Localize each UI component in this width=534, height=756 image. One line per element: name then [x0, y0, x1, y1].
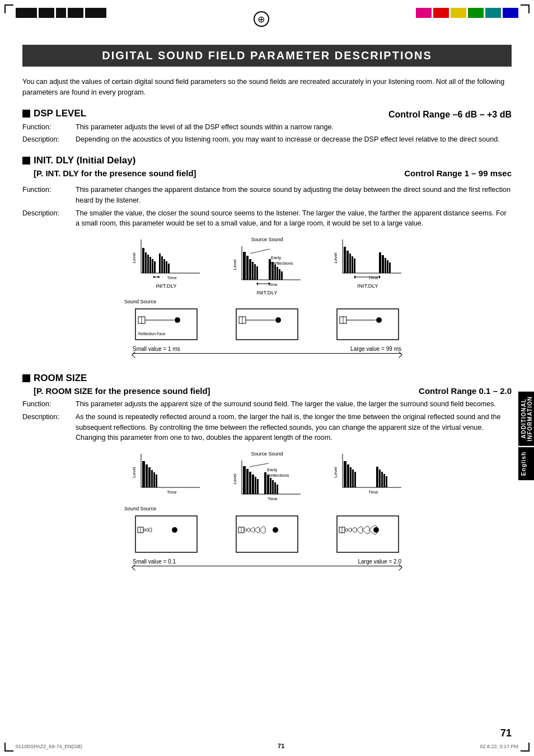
svg-rect-5 — [145, 252, 147, 273]
color-bar-right — [416, 8, 518, 18]
color-seg-green — [468, 8, 484, 18]
init-dly-subtitle: [P. INT. DLY for the presence sound fiel… — [34, 168, 196, 178]
svg-rect-24 — [254, 264, 256, 280]
svg-text:Time: Time — [368, 490, 378, 495]
svg-rect-23 — [252, 262, 254, 280]
room-size-title-text: ROOM SIZE — [34, 373, 87, 384]
room-size-chart-3: Level Time — [331, 451, 404, 496]
floor-svg-3 — [331, 304, 404, 344]
svg-point-59 — [175, 317, 180, 323]
room-size-square — [22, 374, 30, 382]
dsp-description-label: Description: — [22, 134, 76, 145]
svg-rect-11 — [161, 256, 163, 273]
room-function-text: This parameter adjusts the apparent size… — [76, 399, 512, 410]
svg-text:Early: Early — [267, 467, 277, 472]
svg-marker-37 — [256, 282, 258, 285]
floor-plan-diagrams: Sound Source Reflection Face — [22, 299, 512, 344]
black-seg-2 — [39, 8, 54, 18]
additional-info-tab: ADDITIONALINFORMATION — [518, 392, 534, 446]
init-function-row: Function: This parameter changes the app… — [22, 185, 512, 206]
room-size-diagrams: Level Time Source Sound — [22, 451, 512, 570]
page-number: 71 — [500, 727, 512, 739]
svg-rect-44 — [346, 251, 349, 273]
svg-text:Time: Time — [368, 275, 378, 280]
black-seg-1 — [16, 8, 37, 18]
room-floor-svg-2 — [231, 511, 303, 556]
init-dly-large-value: Large value = 99 ms — [350, 346, 401, 352]
floor-plan-2: x — [225, 299, 309, 344]
init-dly-svg-1: Level Time — [130, 237, 203, 281]
svg-line-26 — [250, 249, 270, 253]
svg-text:Level: Level — [333, 252, 338, 263]
dsp-level-title-text: DSP LEVEL — [34, 108, 86, 119]
svg-rect-50 — [385, 258, 386, 273]
main-content: DIGITAL SOUND FIELD PARAMETER DESCRIPTIO… — [0, 39, 534, 589]
svg-rect-7 — [149, 257, 151, 273]
svg-line-92 — [250, 463, 269, 467]
corner-mark-tr — [521, 4, 530, 13]
dsp-function-label: Function: — [22, 122, 76, 133]
svg-rect-76 — [142, 461, 145, 487]
svg-rect-49 — [382, 255, 384, 273]
init-dly-small-value: Small value = 1 ms — [133, 346, 180, 352]
svg-point-70 — [376, 317, 382, 323]
bottom-right: 02.8.22, 0:17 PM — [480, 744, 518, 749]
room-size-diagram-1: Level Time — [124, 451, 208, 503]
svg-rect-108 — [352, 469, 354, 487]
svg-rect-46 — [352, 256, 353, 273]
svg-text:Early: Early — [271, 255, 281, 260]
svg-text:Level: Level — [132, 252, 137, 263]
svg-rect-62 — [236, 309, 298, 340]
svg-text:Level: Level — [232, 473, 237, 484]
init-dly-diagrams: Level Time — [22, 237, 512, 357]
svg-rect-14 — [168, 264, 170, 273]
intro-text: You can adjust the values of certain dig… — [22, 77, 512, 98]
floor-svg-2 — [231, 304, 303, 344]
floor-plan-3: x — [326, 299, 410, 344]
svg-rect-78 — [148, 467, 151, 487]
init-description-row: Description: The smaller the value, the … — [22, 208, 512, 229]
svg-rect-96 — [267, 475, 269, 494]
room-function-row: Function: This parameter adjusts the app… — [22, 399, 512, 410]
room-function-label: Function: — [22, 399, 76, 410]
svg-rect-9 — [154, 261, 156, 273]
svg-text:Time: Time — [268, 496, 278, 501]
room-size-large-value: Large value = 2.0 — [358, 558, 401, 565]
floor-plan-1: Sound Source Reflection Face — [124, 299, 208, 344]
svg-point-65 — [275, 317, 281, 323]
bottom-left: 0110DSPAZ2_69-74_EN(GB) — [16, 744, 82, 749]
svg-rect-22 — [249, 259, 251, 280]
svg-rect-25 — [256, 266, 258, 280]
svg-rect-115 — [135, 516, 197, 552]
room-size-section: ROOM SIZE [P. ROOM SIZE for the presence… — [22, 373, 512, 443]
room-floor-1: Sound Source — [124, 506, 208, 556]
svg-text:Time: Time — [167, 490, 177, 495]
room-size-svg-3: Level Time — [331, 451, 404, 496]
svg-rect-47 — [354, 259, 355, 273]
top-bar-right — [416, 7, 518, 18]
room-description-row: Description: As the sound is repeatedly … — [22, 412, 512, 443]
svg-rect-33 — [277, 267, 278, 280]
svg-rect-88 — [249, 472, 251, 494]
room-size-diagram-3: Level Time — [326, 451, 410, 503]
svg-rect-51 — [387, 260, 388, 273]
svg-rect-80 — [153, 472, 155, 487]
svg-rect-107 — [350, 467, 352, 487]
init-dly-square — [22, 157, 30, 165]
svg-rect-4 — [142, 248, 144, 273]
page-title: DIGITAL SOUND FIELD PARAMETER DESCRIPTIO… — [22, 45, 512, 67]
init-dly-title: INIT. DLY (Initial Delay) — [22, 155, 135, 166]
svg-rect-110 — [376, 467, 378, 487]
init-function-label: Function: — [22, 185, 76, 206]
init-dly-control-range: Control Range 1 – 99 msec — [404, 168, 512, 178]
init-description-label: Description: — [22, 208, 76, 229]
room-size-subtitle: [P. ROOM SIZE for the presence sound fie… — [34, 386, 210, 396]
room-size-arrow-row: Small value = 0.1 Large value = 2.0 — [133, 558, 401, 565]
room-floor-svg-1 — [130, 511, 203, 556]
svg-rect-67 — [337, 309, 399, 340]
room-size-chart-2: Level Time Early Reflec — [231, 458, 303, 503]
room-sound-source-label-1: Sound Source — [124, 506, 208, 511]
init-dly-arrow-heads — [133, 355, 401, 357]
svg-rect-43 — [344, 247, 346, 273]
svg-rect-45 — [349, 253, 351, 273]
